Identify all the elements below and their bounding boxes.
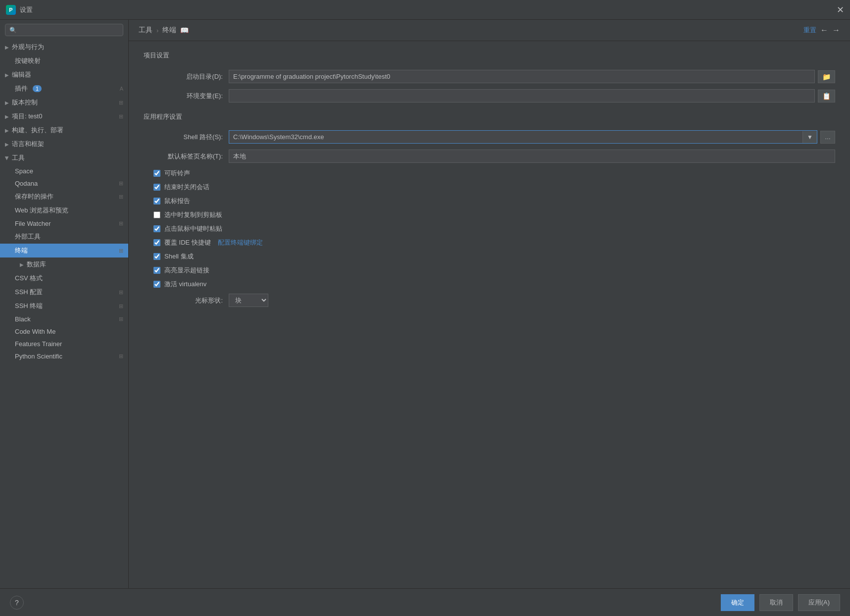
sidebar-item-editor[interactable]: ▶ 编辑器: [0, 68, 128, 82]
back-button[interactable]: ←: [820, 26, 828, 35]
env-vars-row: 环境变量(E): 📋: [144, 89, 835, 103]
sidebar-item-qodana[interactable]: Qodana ⊞: [0, 177, 128, 190]
sidebar-item-label: Features Trainer: [15, 340, 62, 348]
sidebar-item-appearance[interactable]: ▶ 外观与行为: [0, 40, 128, 54]
breadcrumb-book-icon: 📖: [180, 26, 189, 34]
arrow-open-icon: ▶: [4, 156, 10, 160]
help-button[interactable]: ?: [10, 596, 24, 610]
sidebar-item-csv[interactable]: CSV 格式: [0, 271, 128, 285]
cursor-shape-row: 光标形状: 块 下划线 竖线: [144, 294, 835, 307]
activate-virtualenv-label[interactable]: 激活 virtualenv: [164, 280, 206, 289]
startup-dir-row: 启动目录(D): 📁: [144, 70, 835, 83]
override-shortcuts-label[interactable]: 覆盖 IDE 快捷键: [164, 238, 211, 247]
footer-left: ?: [10, 596, 24, 610]
sidebar-item-black[interactable]: Black ⊞: [0, 313, 128, 325]
startup-dir-browse-button[interactable]: 📁: [818, 70, 835, 83]
shell-integration-checkbox[interactable]: [153, 253, 160, 260]
sidebar-item-label: Space: [15, 167, 33, 175]
sidebar-item-label: 终端: [15, 246, 28, 255]
sidebar-item-label: 保存时的操作: [15, 192, 53, 201]
highlight-links-label[interactable]: 高亮显示超链接: [164, 266, 209, 275]
arrow-icon: ▶: [5, 128, 9, 133]
sidebar-item-label: 版本控制: [12, 98, 38, 107]
project-settings-title: 项目设置: [144, 51, 835, 62]
doc-icon: ⊞: [119, 289, 123, 296]
app-icon: P: [6, 5, 16, 15]
search-box[interactable]: 🔍: [5, 24, 123, 36]
sidebar-item-file-watcher[interactable]: File Watcher ⊞: [0, 217, 128, 230]
mouse-report-checkbox[interactable]: [153, 198, 160, 205]
shell-path-input[interactable]: [229, 131, 802, 143]
highlight-links-checkbox[interactable]: [153, 267, 160, 274]
env-vars-input[interactable]: [229, 89, 815, 103]
copy-on-select-label[interactable]: 选中时复制到剪贴板: [164, 210, 222, 219]
breadcrumb-separator: ›: [156, 27, 158, 34]
close-on-exit-label[interactable]: 结束时关闭会话: [164, 183, 209, 192]
close-button[interactable]: ✕: [837, 5, 844, 14]
arrow-icon: ▶: [5, 100, 9, 105]
sidebar-item-project[interactable]: ▶ 项目: test0 ⊞: [0, 109, 128, 123]
sidebar-item-build[interactable]: ▶ 构建、执行、部署: [0, 123, 128, 137]
paste-middle-click-checkbox[interactable]: [153, 225, 160, 232]
sidebar-item-lang[interactable]: ▶ 语言和框架: [0, 137, 128, 151]
forward-button[interactable]: →: [832, 26, 840, 35]
sidebar-item-ssh-terminal[interactable]: SSH 终端 ⊞: [0, 299, 128, 313]
sidebar-item-label: 数据库: [27, 260, 46, 269]
shell-more-button[interactable]: …: [820, 131, 835, 144]
tab-name-row: 默认标签页名称(T):: [144, 150, 835, 163]
sidebar: 🔍 ▶ 外观与行为 按键映射 ▶ 编辑器: [0, 20, 129, 588]
sidebar-item-label: 编辑器: [12, 70, 31, 79]
reset-link[interactable]: 重置: [803, 26, 816, 35]
sidebar-item-external-tools[interactable]: 外部工具: [0, 230, 128, 244]
configure-keybindings-link[interactable]: 配置终端键绑定: [218, 238, 263, 247]
apply-button[interactable]: 应用(A): [798, 594, 840, 611]
sidebar-item-database[interactable]: ▶ 数据库: [0, 257, 128, 271]
override-shortcuts-checkbox[interactable]: [153, 239, 160, 246]
confirm-button[interactable]: 确定: [721, 594, 754, 611]
doc-icon: ⊞: [119, 353, 123, 359]
shell-integration-label[interactable]: Shell 集成: [164, 252, 194, 261]
activate-virtualenv-row: 激活 virtualenv: [144, 280, 835, 289]
sidebar-item-keymap[interactable]: 按键映射: [0, 54, 128, 68]
startup-dir-input[interactable]: [229, 70, 815, 83]
sidebar-item-python-scientific[interactable]: Python Scientific ⊞: [0, 350, 128, 362]
shell-path-label: Shell 路径(S):: [144, 133, 223, 142]
shell-dropdown-button[interactable]: ▼: [802, 131, 817, 143]
cursor-shape-label: 光标形状:: [144, 296, 223, 305]
paste-middle-click-label[interactable]: 点击鼠标中键时粘贴: [164, 224, 222, 233]
sidebar-item-vcs[interactable]: ▶ 版本控制 ⊞: [0, 96, 128, 109]
sidebar-item-ssh-config[interactable]: SSH 配置 ⊞: [0, 285, 128, 299]
sidebar-item-plugins[interactable]: 插件 1 A: [0, 82, 128, 96]
titlebar: P 设置 ✕: [0, 0, 850, 20]
audible-bell-checkbox[interactable]: [153, 170, 160, 177]
sidebar-item-web-browser[interactable]: Web 浏览器和预览: [0, 204, 128, 217]
sidebar-item-label: Python Scientific: [15, 353, 62, 360]
env-vars-browse-button[interactable]: 📋: [818, 90, 835, 103]
sidebar-item-label: 插件: [15, 84, 28, 93]
doc-icon: ⊞: [119, 316, 123, 322]
copy-on-select-checkbox[interactable]: [153, 211, 160, 218]
sidebar-item-space[interactable]: Space: [0, 165, 128, 177]
search-icon: 🔍: [9, 27, 17, 34]
close-on-exit-row: 结束时关闭会话: [144, 183, 835, 192]
tab-name-input[interactable]: [229, 150, 835, 163]
shell-input-wrapper: ▼: [229, 130, 817, 144]
sidebar-item-code-with-me[interactable]: Code With Me: [0, 325, 128, 338]
sidebar-item-tools[interactable]: ▶ 工具: [0, 151, 128, 165]
arrow-icon: ▶: [5, 72, 9, 78]
close-on-exit-checkbox[interactable]: [153, 184, 160, 191]
activate-virtualenv-checkbox[interactable]: [153, 281, 160, 288]
mouse-report-label[interactable]: 鼠标报告: [164, 197, 190, 205]
cancel-button[interactable]: 取消: [759, 594, 793, 611]
sidebar-item-save-ops[interactable]: 保存时的操作 ⊞: [0, 190, 128, 204]
sidebar-item-terminal[interactable]: 终端 ⊞: [0, 244, 128, 257]
audible-bell-label[interactable]: 可听铃声: [164, 169, 190, 178]
cursor-shape-select[interactable]: 块 下划线 竖线: [229, 294, 268, 307]
sidebar-item-features-trainer[interactable]: Features Trainer: [0, 338, 128, 350]
search-input[interactable]: [20, 26, 119, 34]
cursor-shape-control: 块 下划线 竖线: [229, 294, 835, 307]
tab-name-label: 默认标签页名称(T):: [144, 152, 223, 161]
arrow-icon: ▶: [5, 45, 9, 50]
sidebar-item-label: Black: [15, 315, 31, 323]
sidebar-item-label: 外观与行为: [12, 43, 44, 51]
